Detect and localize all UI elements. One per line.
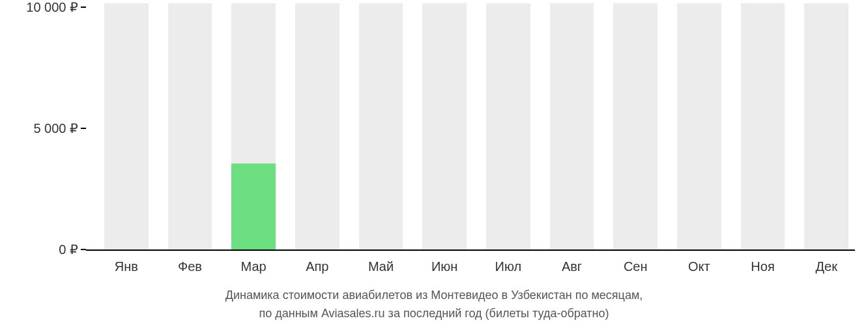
bar-placeholder (359, 3, 403, 251)
x-tick-label: Окт (677, 259, 721, 279)
y-tick-mark (81, 249, 86, 250)
x-tick-label: Июл (486, 259, 530, 279)
bar[interactable] (741, 3, 785, 251)
x-tick-label: Июн (422, 259, 467, 279)
x-axis: ЯнвФевМарАпрМайИюнИюлАвгСенОктНояДек (86, 259, 855, 279)
bar-value (231, 164, 276, 251)
chart-container: 10 000 ₽ 5 000 ₽ 0 ₽ ЯнвФевМарАпрМайИюнИ… (0, 0, 868, 327)
x-tick-label: Янв (104, 259, 149, 279)
y-axis: 10 000 ₽ 5 000 ₽ 0 ₽ (0, 3, 86, 251)
x-tick-label: Сен (613, 259, 658, 279)
plot-area (86, 3, 855, 251)
bar[interactable] (613, 3, 658, 251)
bar-placeholder (741, 3, 785, 251)
x-tick-label: Апр (295, 259, 340, 279)
y-tick-label: 0 ₽ (59, 242, 78, 257)
bar[interactable] (359, 3, 403, 251)
bar-placeholder (804, 3, 848, 251)
x-tick-label: Фев (168, 259, 212, 279)
bar[interactable] (104, 3, 149, 251)
y-tick-mark (81, 7, 86, 8)
bar-placeholder (168, 3, 212, 251)
x-tick-label: Май (359, 259, 403, 279)
bar[interactable] (804, 3, 848, 251)
x-axis-baseline (86, 249, 855, 251)
x-tick-label: Авг (550, 259, 594, 279)
caption-line-1: Динамика стоимости авиабилетов из Монтев… (0, 287, 868, 305)
bar[interactable] (677, 3, 721, 251)
bar[interactable] (231, 3, 276, 251)
bar-placeholder (422, 3, 467, 251)
bar[interactable] (168, 3, 212, 251)
y-tick-label: 5 000 ₽ (33, 121, 78, 136)
y-tick-label: 10 000 ₽ (26, 0, 78, 15)
x-tick-label: Ноя (741, 259, 785, 279)
x-tick-label: Дек (804, 259, 848, 279)
bar-placeholder (295, 3, 340, 251)
bar[interactable] (486, 3, 530, 251)
bar[interactable] (550, 3, 594, 251)
x-tick-label: Мар (231, 259, 276, 279)
bar-placeholder (677, 3, 721, 251)
bar[interactable] (422, 3, 467, 251)
bars-group (86, 3, 855, 251)
chart-caption: Динамика стоимости авиабилетов из Монтев… (0, 287, 868, 323)
y-tick-mark (81, 128, 86, 129)
bar-placeholder (613, 3, 658, 251)
bar[interactable] (295, 3, 340, 251)
bar-placeholder (486, 3, 530, 251)
bar-placeholder (550, 3, 594, 251)
bar-placeholder (104, 3, 149, 251)
caption-line-2: по данным Aviasales.ru за последний год … (0, 305, 868, 323)
